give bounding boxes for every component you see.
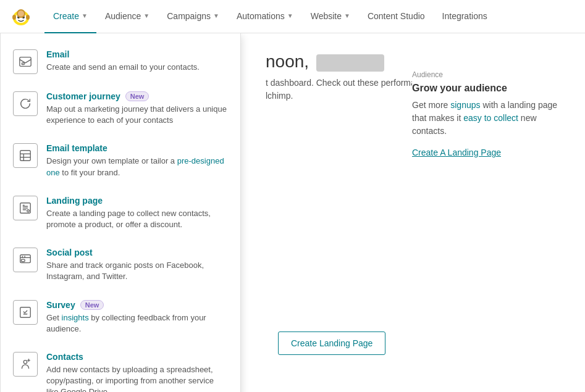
nav-item-audience[interactable]: Audience ▼	[96, 0, 158, 33]
nav-item-content-studio[interactable]: Content Studio	[359, 0, 434, 33]
svg-point-5	[18, 10, 24, 17]
nav-menu: Create ▼ Audience ▼ Campaigns ▼ Automati…	[44, 0, 496, 33]
menu-item-email[interactable]: Email Create and send an email to your c…	[1, 41, 240, 83]
menu-item-email-template[interactable]: Email template Design your own template …	[1, 135, 240, 186]
create-dropdown-menu: Email Create and send an email to your c…	[0, 33, 241, 392]
menu-item-landing-page[interactable]: Landing page Create a landing page to co…	[1, 187, 240, 239]
chevron-down-icon: ▼	[287, 12, 293, 19]
landing-page-icon	[13, 196, 38, 220]
chevron-down-icon: ▼	[143, 12, 149, 19]
menu-item-social-post[interactable]: Social post Share and track organic post…	[1, 239, 240, 291]
nav-item-campaigns[interactable]: Campaigns ▼	[158, 0, 228, 33]
svg-point-15	[27, 210, 30, 212]
user-name-blurred	[316, 54, 384, 72]
nav-item-integrations[interactable]: Integrations	[434, 0, 496, 33]
greeting-text: noon,	[266, 52, 560, 72]
audience-card: Audience Grow your audience Get more sig…	[412, 70, 573, 157]
email-icon	[13, 49, 38, 74]
contacts-icon	[13, 352, 38, 377]
nav-item-create[interactable]: Create ▼	[44, 0, 96, 33]
menu-item-survey[interactable]: Survey New Get insights by collecting fe…	[1, 291, 240, 343]
cta-area: Create Landing Page	[278, 332, 385, 355]
svg-point-7	[26, 15, 30, 20]
menu-text-survey: Survey New Get insights by collecting fe…	[46, 300, 228, 335]
menu-text-email: Email Create and send an email to your c…	[46, 49, 200, 73]
svg-point-23	[23, 360, 27, 364]
create-landing-page-button[interactable]: Create Landing Page	[278, 332, 385, 355]
chevron-down-icon: ▼	[344, 12, 350, 19]
create-landing-page-link[interactable]: Create A Landing Page	[412, 148, 501, 157]
audience-description: Get more signups with a landing page tha…	[412, 99, 573, 138]
svg-rect-20	[22, 259, 25, 262]
navbar: Create ▼ Audience ▼ Campaigns ▼ Automati…	[0, 0, 585, 33]
nav-item-website[interactable]: Website ▼	[302, 0, 359, 33]
svg-rect-9	[22, 63, 25, 65]
mailchimp-logo[interactable]	[10, 6, 32, 28]
menu-text-social-post: Social post Share and track organic post…	[46, 248, 228, 282]
menu-item-customer-journey[interactable]: Customer journey New Map out a marketing…	[1, 83, 240, 135]
nav-item-automations[interactable]: Automations ▼	[228, 0, 302, 33]
svg-rect-8	[20, 57, 31, 67]
svg-rect-10	[20, 151, 31, 161]
sync-icon	[13, 91, 38, 116]
menu-text-landing-page: Landing page Create a landing page to co…	[46, 196, 228, 230]
menu-text-contacts: Contacts Add new contacts by uploading a…	[46, 352, 228, 392]
menu-text-email-template: Email template Design your own template …	[46, 143, 228, 178]
menu-text-customer-journey: Customer journey New Map out a marketing…	[46, 91, 228, 126]
template-icon	[13, 143, 38, 168]
chevron-down-icon: ▼	[82, 12, 88, 19]
social-icon	[13, 248, 38, 272]
menu-item-contacts[interactable]: Contacts Add new contacts by uploading a…	[1, 343, 240, 392]
main-content: Email Create and send an email to your c…	[0, 33, 585, 392]
chevron-down-icon: ▼	[213, 12, 219, 19]
survey-icon	[13, 300, 38, 325]
svg-point-6	[12, 15, 16, 20]
